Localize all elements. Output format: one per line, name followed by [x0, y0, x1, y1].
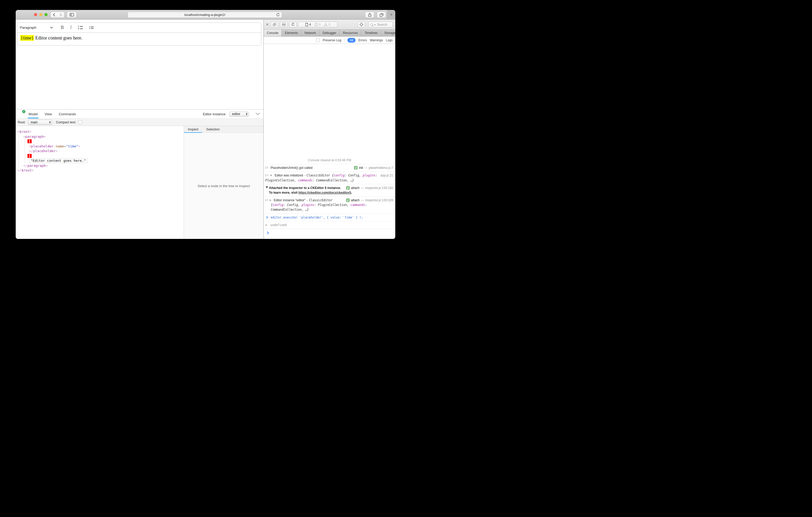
console-log-row[interactable]: f attach — inspector.js:133:326 Editor i… [264, 196, 395, 214]
ckeditor-toolbar: Paragraph B I 1 2 [17, 23, 261, 33]
inspector-search-field[interactable]: Search [368, 22, 393, 27]
tab-resources[interactable]: Resources [340, 30, 361, 36]
tree-node-root-open[interactable]: <$root> [17, 129, 184, 134]
root-select[interactable]: main [28, 120, 52, 125]
console-result-row: undefined [264, 221, 395, 229]
chevron-down-icon [50, 27, 53, 29]
source-link[interactable]: placeholderui.js:7 [369, 165, 393, 170]
placeholder-widget[interactable]: {time} [20, 35, 34, 41]
ck-inspector-body: <$root> <paragraph> [ <placeholder name=… [16, 126, 263, 239]
filter-all-button[interactable]: All [347, 38, 355, 42]
address-bar[interactable]: localhost/creating-a-plugin2/ [128, 12, 282, 18]
selection-start-marker: [ [27, 139, 184, 144]
tree-node-placeholder-close[interactable]: </placeholder> [29, 149, 184, 154]
warning-triangle-icon [324, 23, 327, 26]
disclosure-triangle-icon[interactable] [270, 199, 271, 201]
collapse-inspector-button[interactable] [256, 113, 260, 115]
tree-node-text[interactable]: "Editor content goes here." [29, 158, 184, 163]
new-tab-button[interactable]: + [387, 10, 395, 19]
console-command-row: editor.execute( 'placeholder', { value: … [264, 214, 395, 221]
tab-commands[interactable]: Commands [59, 110, 76, 118]
source-link[interactable]: app.js:21 [380, 173, 393, 178]
preserve-log-checkbox[interactable] [316, 38, 320, 42]
reload-page-button[interactable] [289, 22, 297, 27]
tab-elements[interactable]: Elements [282, 30, 301, 36]
tab-console[interactable]: Console [264, 30, 282, 36]
editor-editable-area[interactable]: {time} Editor content goes here. [17, 33, 261, 45]
dock-bottom-icon [282, 23, 285, 26]
tree-node-placeholder-open[interactable]: <placeholder name="time"> [29, 144, 184, 149]
tab-storage[interactable]: Storage [381, 30, 395, 36]
ckeditor: Paragraph B I 1 2 [17, 23, 261, 45]
tab-debugger[interactable]: Debugger [319, 30, 340, 36]
editor-text: Editor content goes here. [34, 35, 82, 40]
share-button[interactable] [365, 12, 374, 18]
compact-text-checkbox[interactable] [78, 120, 82, 124]
bold-button[interactable]: B [61, 25, 64, 30]
numbered-list-button[interactable]: 1 2 [78, 26, 83, 30]
preserve-log-label: Preserve Log [323, 38, 341, 42]
tab-overview-button[interactable] [377, 12, 386, 18]
disclosure-triangle-icon[interactable] [270, 174, 272, 176]
log-icon [265, 199, 268, 202]
tab-timelines[interactable]: Timelines [361, 30, 381, 36]
dock-bottom-button[interactable] [280, 22, 288, 27]
sidebar-toggle-button[interactable] [67, 12, 77, 18]
disclosure-triangle-icon[interactable] [265, 186, 268, 188]
prompt-chevron-icon [266, 231, 269, 234]
minimize-window-button[interactable] [39, 13, 42, 16]
forward-button[interactable] [57, 12, 64, 18]
resource-summary-button[interactable]: 4 0 [298, 22, 338, 27]
console-log-row[interactable]: f attach — inspector.js:133:182 Attached… [264, 184, 395, 196]
ckeditor-inspector: 5 Model View Commands Editor instance: e… [16, 109, 263, 239]
plus-icon: + [390, 12, 393, 17]
window-content: Paragraph B I 1 2 [16, 20, 395, 239]
tree-node-paragraph-close[interactable]: </paragraph> [23, 163, 184, 168]
root-label: Root: [18, 121, 26, 124]
tab-selection[interactable]: Selection [202, 126, 224, 132]
tree-node-root-close[interactable]: </$root> [17, 168, 184, 173]
back-button[interactable] [51, 12, 58, 18]
detach-window-icon [273, 23, 276, 26]
warning-count: 0 [324, 23, 330, 26]
chevron-down-icon [256, 113, 260, 115]
tabs-overview-icon [380, 13, 383, 17]
filter-warnings-button[interactable]: Warnings [370, 38, 383, 42]
tab-view[interactable]: View [45, 110, 52, 118]
select-arrows-icon [49, 121, 51, 124]
console-input-row[interactable] [264, 229, 395, 239]
close-window-button[interactable] [34, 13, 37, 16]
reload-icon[interactable] [276, 13, 280, 17]
tree-node-paragraph-open[interactable]: <paragraph> [23, 134, 184, 139]
zoom-window-button[interactable] [45, 13, 48, 16]
tab-network[interactable]: Network [301, 30, 319, 36]
editor-instance-label: Editor instance: [203, 112, 226, 116]
filter-logs-button[interactable]: Logs [386, 38, 393, 42]
editor-instance-select[interactable]: editor [229, 112, 249, 117]
source-link[interactable]: inspector.js:133:326 [365, 198, 393, 203]
console-cleared-message: Console cleared at 4:53:46 PM [264, 157, 395, 164]
desktop-background: { "browser": { "url": "localhost/creatin… [0, 0, 406, 258]
close-inspector-button[interactable]: ✕ [265, 23, 269, 26]
chevron-down-icon [374, 24, 376, 25]
inspector-tab-bar: Console Elements Network Debugger Resour… [264, 30, 395, 37]
element-picker-button[interactable] [357, 22, 365, 27]
share-icon [368, 13, 372, 17]
heading-dropdown-label: Paragraph [20, 26, 36, 30]
detach-inspector-button[interactable] [271, 22, 278, 27]
sidebar-icon [69, 13, 74, 17]
source-link[interactable]: inspector.js:133:182 [365, 186, 393, 190]
tab-model[interactable]: Model [29, 110, 38, 118]
console-filter-bar: Preserve Log All Errors Warnings Logs [264, 37, 395, 44]
crosshair-icon [359, 23, 364, 26]
empty-state-message: Select a node in the tree to inspect [184, 133, 263, 239]
tab-inspect[interactable]: Inspect [184, 126, 202, 132]
heading-dropdown[interactable]: Paragraph [20, 23, 53, 32]
filter-errors-button[interactable]: Errors [358, 38, 367, 42]
ck-inspector-rootbar: Root: main Compact text: [16, 118, 263, 126]
italic-button[interactable]: I [70, 25, 72, 30]
console-log-row[interactable]: app.js:21 Editor was initialized – Class… [264, 172, 395, 184]
ck-inspector-header: 5 Model View Commands Editor instance: e… [16, 110, 263, 118]
bulleted-list-button[interactable] [89, 26, 94, 29]
external-link[interactable]: https://ckeditor.com/docs/ckeditor5 [298, 191, 351, 194]
